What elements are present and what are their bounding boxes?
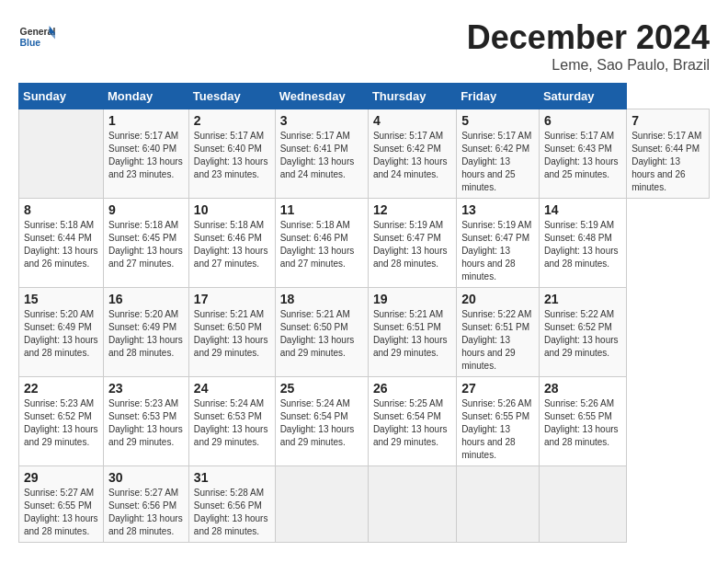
day-number: 19 (373, 292, 451, 306)
calendar-cell: 22Sunrise: 5:23 AMSunset: 6:52 PMDayligh… (19, 377, 104, 466)
week-row-1: 8Sunrise: 5:18 AMSunset: 6:44 PMDaylight… (19, 199, 710, 288)
calendar-cell: 31Sunrise: 5:28 AMSunset: 6:56 PMDayligh… (188, 466, 275, 543)
day-info: Sunrise: 5:27 AMSunset: 6:55 PMDaylight:… (24, 487, 98, 538)
day-info: Sunrise: 5:17 AMSunset: 6:40 PMDaylight:… (108, 130, 184, 181)
day-info: Sunrise: 5:18 AMSunset: 6:46 PMDaylight:… (280, 219, 363, 270)
day-number: 24 (194, 381, 270, 396)
calendar-cell: 29Sunrise: 5:27 AMSunset: 6:55 PMDayligh… (19, 466, 104, 543)
calendar-cell: 30Sunrise: 5:27 AMSunset: 6:56 PMDayligh… (104, 466, 189, 543)
day-header-wednesday: Wednesday (275, 84, 368, 109)
calendar-cell (368, 466, 456, 543)
week-row-2: 15Sunrise: 5:20 AMSunset: 6:49 PMDayligh… (19, 288, 710, 377)
day-info: Sunrise: 5:18 AMSunset: 6:44 PMDaylight:… (24, 219, 98, 270)
calendar-cell: 24Sunrise: 5:24 AMSunset: 6:53 PMDayligh… (188, 377, 275, 466)
day-number: 8 (24, 202, 98, 217)
calendar-cell: 25Sunrise: 5:24 AMSunset: 6:54 PMDayligh… (275, 377, 368, 466)
day-info: Sunrise: 5:21 AMSunset: 6:51 PMDaylight:… (373, 308, 451, 360)
day-info: Sunrise: 5:19 AMSunset: 6:48 PMDaylight:… (544, 219, 621, 270)
day-number: 9 (108, 202, 184, 217)
calendar-cell: 8Sunrise: 5:18 AMSunset: 6:44 PMDaylight… (19, 199, 104, 288)
title-area: December 2024 Leme, Sao Paulo, Brazil (467, 18, 710, 74)
day-info: Sunrise: 5:17 AMSunset: 6:42 PMDaylight:… (461, 130, 534, 194)
calendar-cell: 26Sunrise: 5:25 AMSunset: 6:54 PMDayligh… (368, 377, 456, 466)
calendar-cell: 1Sunrise: 5:17 AMSunset: 6:40 PMDaylight… (104, 109, 189, 199)
calendar-cell (539, 466, 626, 543)
day-info: Sunrise: 5:28 AMSunset: 6:56 PMDaylight:… (194, 487, 270, 538)
day-number: 3 (280, 113, 363, 128)
week-row-4: 29Sunrise: 5:27 AMSunset: 6:55 PMDayligh… (19, 466, 710, 543)
calendar-cell: 2Sunrise: 5:17 AMSunset: 6:40 PMDaylight… (188, 109, 275, 199)
calendar-cell (275, 466, 368, 543)
day-number: 7 (631, 113, 704, 128)
day-info: Sunrise: 5:22 AMSunset: 6:52 PMDaylight:… (544, 308, 621, 360)
day-info: Sunrise: 5:21 AMSunset: 6:50 PMDaylight:… (194, 308, 270, 360)
logo: General Blue (18, 18, 59, 55)
calendar-cell (457, 466, 540, 543)
day-header-thursday: Thursday (368, 84, 456, 109)
calendar-cell: 18Sunrise: 5:21 AMSunset: 6:50 PMDayligh… (275, 288, 368, 377)
svg-text:Blue: Blue (20, 38, 41, 48)
calendar-cell: 28Sunrise: 5:26 AMSunset: 6:55 PMDayligh… (539, 377, 626, 466)
calendar-cell: 6Sunrise: 5:17 AMSunset: 6:43 PMDaylight… (539, 109, 626, 199)
subtitle: Leme, Sao Paulo, Brazil (467, 57, 710, 74)
day-info: Sunrise: 5:23 AMSunset: 6:53 PMDaylight:… (108, 397, 184, 449)
day-number: 27 (461, 381, 534, 396)
calendar-cell: 17Sunrise: 5:21 AMSunset: 6:50 PMDayligh… (188, 288, 275, 377)
day-number: 20 (461, 292, 534, 306)
day-number: 23 (108, 381, 184, 396)
day-info: Sunrise: 5:20 AMSunset: 6:49 PMDaylight:… (24, 308, 98, 360)
calendar-cell: 14Sunrise: 5:19 AMSunset: 6:48 PMDayligh… (539, 199, 626, 288)
day-header-monday: Monday (104, 84, 189, 109)
calendar-cell: 11Sunrise: 5:18 AMSunset: 6:46 PMDayligh… (275, 199, 368, 288)
day-info: Sunrise: 5:25 AMSunset: 6:54 PMDaylight:… (373, 397, 451, 449)
day-info: Sunrise: 5:22 AMSunset: 6:51 PMDaylight:… (461, 308, 534, 373)
day-header-saturday: Saturday (539, 84, 626, 109)
day-number: 18 (280, 292, 363, 306)
calendar-table: SundayMondayTuesdayWednesdayThursdayFrid… (18, 83, 710, 543)
calendar-cell: 27Sunrise: 5:26 AMSunset: 6:55 PMDayligh… (457, 377, 540, 466)
day-number: 12 (373, 202, 451, 217)
day-number: 28 (544, 381, 621, 396)
week-row-3: 22Sunrise: 5:23 AMSunset: 6:52 PMDayligh… (19, 377, 710, 466)
calendar-cell: 19Sunrise: 5:21 AMSunset: 6:51 PMDayligh… (368, 288, 456, 377)
day-number: 15 (24, 292, 98, 306)
calendar-cell: 5Sunrise: 5:17 AMSunset: 6:42 PMDaylight… (457, 109, 540, 199)
day-info: Sunrise: 5:17 AMSunset: 6:44 PMDaylight:… (631, 130, 704, 194)
day-info: Sunrise: 5:24 AMSunset: 6:53 PMDaylight:… (194, 397, 270, 449)
calendar-cell: 13Sunrise: 5:19 AMSunset: 6:47 PMDayligh… (457, 199, 540, 288)
day-number: 2 (194, 113, 270, 128)
day-info: Sunrise: 5:17 AMSunset: 6:43 PMDaylight:… (544, 130, 621, 181)
calendar-cell: 23Sunrise: 5:23 AMSunset: 6:53 PMDayligh… (104, 377, 189, 466)
day-number: 17 (194, 292, 270, 306)
day-info: Sunrise: 5:21 AMSunset: 6:50 PMDaylight:… (280, 308, 363, 360)
month-title: December 2024 (467, 18, 710, 57)
day-info: Sunrise: 5:23 AMSunset: 6:52 PMDaylight:… (24, 397, 98, 449)
day-number: 11 (280, 202, 363, 217)
day-info: Sunrise: 5:17 AMSunset: 6:42 PMDaylight:… (373, 130, 451, 181)
day-header-tuesday: Tuesday (188, 84, 275, 109)
calendar-cell: 7Sunrise: 5:17 AMSunset: 6:44 PMDaylight… (627, 109, 710, 199)
calendar-cell: 20Sunrise: 5:22 AMSunset: 6:51 PMDayligh… (457, 288, 540, 377)
day-info: Sunrise: 5:26 AMSunset: 6:55 PMDaylight:… (461, 397, 534, 462)
day-number: 14 (544, 202, 621, 217)
day-info: Sunrise: 5:19 AMSunset: 6:47 PMDaylight:… (373, 219, 451, 270)
calendar-cell: 12Sunrise: 5:19 AMSunset: 6:47 PMDayligh… (368, 199, 456, 288)
day-number: 25 (280, 381, 363, 396)
day-number: 5 (461, 113, 534, 128)
day-info: Sunrise: 5:18 AMSunset: 6:46 PMDaylight:… (194, 219, 270, 270)
header: General Blue December 2024 Leme, Sao Pau… (18, 18, 710, 74)
calendar-cell: 15Sunrise: 5:20 AMSunset: 6:49 PMDayligh… (19, 288, 104, 377)
days-header-row: SundayMondayTuesdayWednesdayThursdayFrid… (19, 84, 710, 109)
day-info: Sunrise: 5:27 AMSunset: 6:56 PMDaylight:… (108, 487, 184, 538)
day-info: Sunrise: 5:24 AMSunset: 6:54 PMDaylight:… (280, 397, 363, 449)
week-row-0: 1Sunrise: 5:17 AMSunset: 6:40 PMDaylight… (19, 109, 710, 199)
day-info: Sunrise: 5:17 AMSunset: 6:41 PMDaylight:… (280, 130, 363, 181)
day-number: 13 (461, 202, 534, 217)
day-info: Sunrise: 5:20 AMSunset: 6:49 PMDaylight:… (108, 308, 184, 360)
calendar-cell: 10Sunrise: 5:18 AMSunset: 6:46 PMDayligh… (188, 199, 275, 288)
day-number: 31 (194, 470, 270, 485)
day-header-sunday: Sunday (19, 84, 104, 109)
day-info: Sunrise: 5:17 AMSunset: 6:40 PMDaylight:… (194, 130, 270, 181)
day-info: Sunrise: 5:19 AMSunset: 6:47 PMDaylight:… (461, 219, 534, 283)
calendar-cell: 21Sunrise: 5:22 AMSunset: 6:52 PMDayligh… (539, 288, 626, 377)
